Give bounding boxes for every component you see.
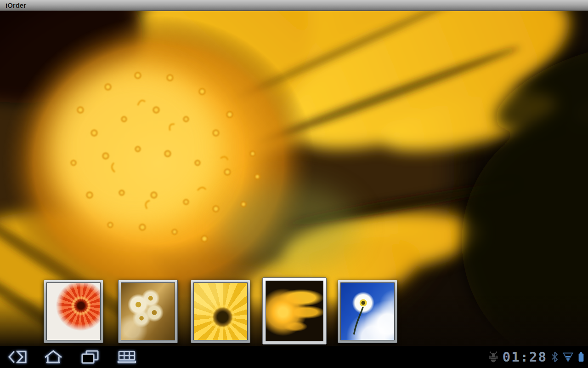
- thumbnail-daisy-bouquet[interactable]: [118, 280, 178, 343]
- thumbnail-daisy-bouquet-image: [121, 282, 175, 340]
- thumbnail-red-gerbera[interactable]: [44, 280, 103, 343]
- bluetooth-icon: [551, 351, 558, 362]
- thumbnail-yellow-sunflower[interactable]: [191, 280, 250, 343]
- status-clock: 01:28: [503, 346, 547, 368]
- adb-bee-icon: [488, 351, 498, 362]
- title-bar: iOrder: [0, 0, 588, 11]
- back-button[interactable]: [6, 348, 28, 366]
- back-icon: [6, 349, 28, 365]
- screenshot-grid-button[interactable]: [116, 348, 138, 366]
- tablet-screen: iOrder: [0, 0, 588, 368]
- thumbnail-sky-daisy[interactable]: [338, 280, 397, 343]
- thumbnail-yellow-daisy-macro-selected[interactable]: [262, 277, 327, 345]
- home-icon: [42, 349, 64, 365]
- navigation-buttons: [6, 346, 138, 368]
- screenshot-grid-icon: [116, 349, 138, 365]
- thumbnail-yellow-daisy-macro-image: [266, 281, 323, 341]
- recent-apps-button[interactable]: [79, 348, 101, 366]
- system-bar: 01:28: [0, 346, 588, 368]
- daisy-stem-graphic: [341, 283, 394, 340]
- signal-strength-icon: [562, 351, 574, 362]
- recent-apps-icon: [79, 349, 101, 365]
- app-title: iOrder: [0, 0, 26, 11]
- status-cluster[interactable]: 01:28: [488, 346, 584, 368]
- thumbnail-sky-daisy-image: [340, 282, 395, 340]
- thumbnail-red-gerbera-image: [46, 282, 101, 340]
- home-button[interactable]: [42, 348, 64, 366]
- battery-icon: [578, 351, 584, 362]
- thumbnail-yellow-sunflower-image: [193, 282, 248, 340]
